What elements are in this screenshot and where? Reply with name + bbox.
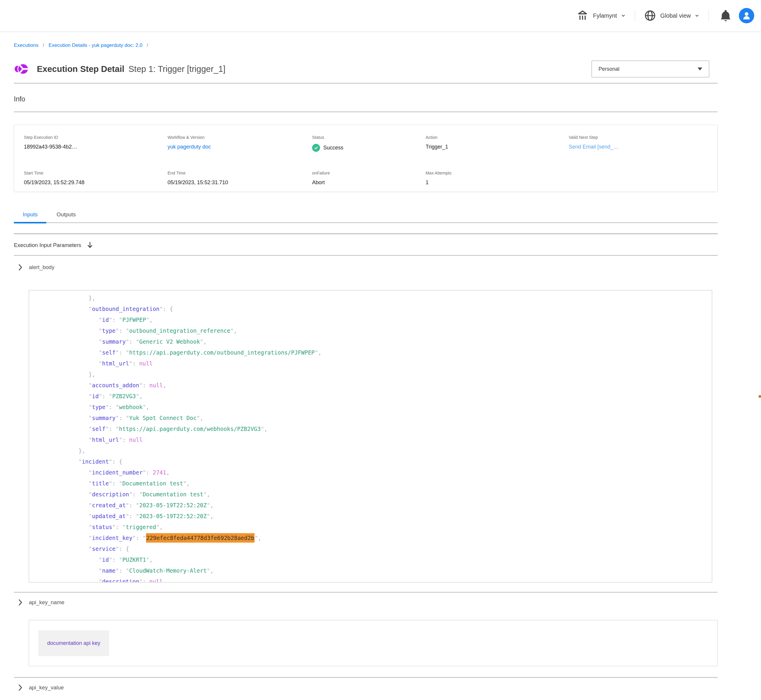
execution-input-parameters-heading: Execution Input Parameters (14, 242, 81, 248)
view-label: Global view (661, 12, 691, 19)
section-api-key-name[interactable]: api_key_name (14, 598, 718, 606)
field-label: End Time (168, 171, 312, 175)
field-step-execution-id: Step Execution ID 18992a43-9538-4b2… (24, 135, 168, 158)
divider (14, 83, 718, 84)
field-end-time: End Time 05/19/2023, 15:52:31.710 (168, 171, 312, 192)
json-code: "html_url": "https://fylamynt.pagerduty.… (29, 290, 712, 583)
tab-outputs[interactable]: Outputs (48, 211, 85, 222)
field-label: Start Time (24, 171, 168, 175)
info-card: Step Execution ID 18992a43-9538-4b2… Wor… (14, 125, 718, 192)
org-label: Fylamynt (593, 12, 617, 19)
search-result-scroll-marker (759, 395, 761, 398)
workflow-icon (14, 61, 29, 77)
info-section-heading: Info (14, 95, 718, 103)
page-title: Execution Step Detail (37, 64, 124, 74)
breadcrumb-separator: / (147, 42, 148, 48)
field-on-failure: onFailure Abort (312, 171, 426, 192)
field-label: Workflow & Version (168, 135, 312, 140)
chevron-down-icon (621, 13, 626, 18)
user-avatar[interactable] (739, 8, 754, 23)
caret-down-icon (698, 67, 702, 70)
page-subtitle: Step 1: Trigger [trigger_1] (128, 64, 225, 74)
check-circle-icon (312, 144, 320, 152)
org-switcher[interactable]: Fylamynt (576, 9, 626, 22)
section-api-key-value[interactable]: api_key_value (14, 684, 718, 691)
divider (14, 111, 718, 112)
view-switcher[interactable]: Global view (644, 9, 700, 22)
person-icon (742, 11, 752, 20)
json-code-viewer[interactable]: "html_url": "https://fylamynt.pagerduty.… (28, 290, 712, 583)
scope-select[interactable]: Personal (591, 61, 709, 78)
field-value: 05/19/2023, 15:52:29.748 (24, 180, 168, 186)
field-start-time: Start Time 05/19/2023, 15:52:29.748 (24, 171, 168, 192)
field-valid-next-step: Valid Next Step Send Email [send_… (569, 135, 717, 158)
topbar-divider (708, 10, 709, 22)
field-workflow-version: Workflow & Version yuk pagerduty doc (168, 135, 312, 158)
field-value: 1 (426, 180, 569, 186)
chevron-right-icon[interactable] (18, 684, 22, 691)
divider (14, 255, 718, 256)
divider (14, 592, 718, 593)
section-alert-body[interactable]: alert_body (14, 264, 718, 271)
field-value: Trigger_1 (426, 144, 569, 150)
topbar: Fylamynt Global view (0, 0, 761, 31)
chevron-right-icon[interactable] (18, 264, 22, 271)
api-key-name-panel: documentation api key (28, 620, 718, 666)
field-value: 05/19/2023, 15:52:31.710 (168, 180, 312, 186)
field-label: Status (312, 135, 426, 140)
tab-bar: Inputs Outputs (14, 211, 718, 223)
section-label: api_key_name (29, 599, 64, 606)
divider (14, 233, 718, 234)
chevron-right-icon[interactable] (18, 599, 22, 606)
field-label: Max Attempts (426, 171, 569, 175)
field-label: Valid Next Step (569, 135, 717, 140)
field-status: Status Success (312, 135, 426, 158)
field-max-attempts: Max Attempts 1 (426, 171, 569, 192)
divider (14, 677, 718, 678)
scope-select-value: Personal (598, 66, 619, 72)
status-text: Success (323, 145, 343, 151)
breadcrumb-link-executions[interactable]: Executions (14, 42, 38, 48)
field-label: Step Execution ID (24, 135, 168, 140)
institution-icon (576, 9, 589, 22)
bell-icon (719, 9, 733, 22)
topbar-divider (635, 10, 635, 22)
field-value: 18992a43-9538-4b2… (24, 144, 168, 150)
workflow-link[interactable]: yuk pagerduty doc (168, 144, 312, 150)
field-action: Action Trigger_1 (426, 135, 569, 158)
next-step-link[interactable]: Send Email [send_… (569, 144, 717, 150)
section-label: api_key_value (29, 684, 64, 691)
field-label: onFailure (312, 171, 426, 175)
field-value: Abort (312, 180, 426, 186)
download-arrow-icon[interactable] (86, 241, 94, 249)
breadcrumb-link-execution-details[interactable]: Execution Details - yuk pagerduty doc: 2… (49, 42, 142, 48)
field-label: Action (426, 135, 569, 140)
chevron-down-icon (694, 13, 700, 18)
api-key-name-chip: documentation api key (38, 630, 109, 656)
notifications-button[interactable] (719, 9, 733, 22)
breadcrumb: Executions / Execution Details - yuk pag… (14, 42, 718, 48)
section-label: alert_body (29, 264, 54, 270)
globe-icon (644, 9, 656, 22)
tab-inputs[interactable]: Inputs (14, 211, 46, 222)
breadcrumb-separator: / (43, 42, 44, 48)
